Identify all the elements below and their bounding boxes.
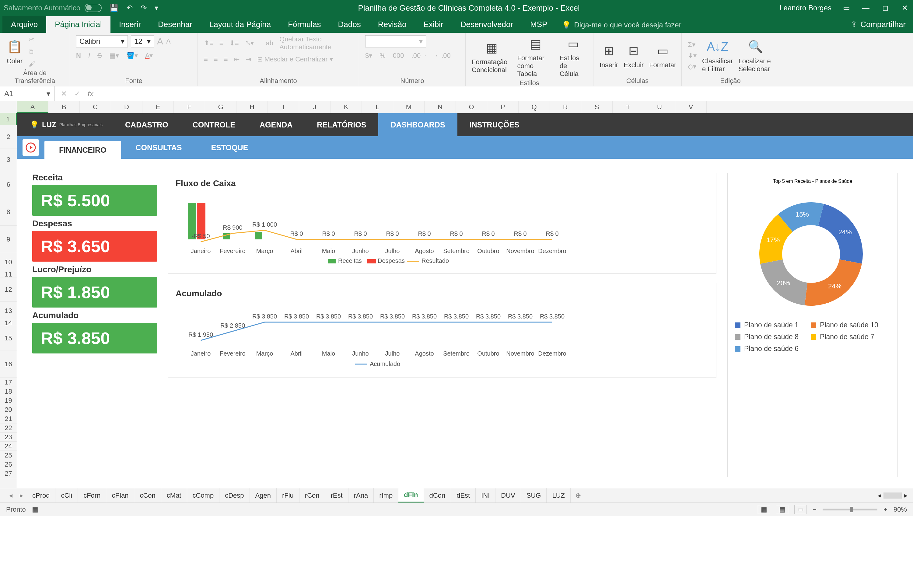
row-18[interactable]: 18 [0, 387, 17, 396]
find-select-button[interactable]: 🔍Localizar e Selecionar [738, 38, 773, 73]
name-box[interactable]: A1▾ [0, 86, 55, 101]
hscroll-right-icon[interactable]: ▸ [904, 491, 908, 499]
insert-tab[interactable]: Inserir [110, 16, 149, 33]
row-11[interactable]: 11 [0, 271, 17, 278]
redo-icon[interactable]: ↷ [141, 4, 147, 12]
font-color-icon[interactable]: A▾ [145, 52, 153, 60]
sheet-tab-dCon[interactable]: dCon [424, 488, 451, 502]
toggle-off-icon[interactable] [84, 4, 102, 12]
layout-tab[interactable]: Layout da Página [201, 16, 279, 33]
col-K[interactable]: K [330, 101, 362, 113]
ribbon-options-icon[interactable]: ▭ [842, 4, 851, 12]
align-left-icon[interactable]: ≡ [204, 55, 208, 63]
sort-filter-button[interactable]: A↓ZClassificar e Filtrar [702, 38, 733, 73]
qat-dropdown-icon[interactable]: ▾ [155, 4, 158, 12]
col-M[interactable]: M [393, 101, 424, 113]
format-painter-icon[interactable]: 🖌 [29, 60, 35, 68]
row-2[interactable]: 2 [0, 125, 17, 149]
copy-icon[interactable]: ⧉ [29, 48, 35, 56]
paste-button[interactable]: 📋Colar [6, 38, 23, 65]
zoom-out-icon[interactable]: − [813, 506, 816, 514]
row-24[interactable]: 24 [0, 442, 17, 451]
col-N[interactable]: N [424, 101, 456, 113]
col-E[interactable]: E [142, 101, 174, 113]
col-L[interactable]: L [362, 101, 393, 113]
align-right-icon[interactable]: ≡ [224, 55, 228, 63]
sheet-tab-cComp[interactable]: cComp [187, 488, 220, 502]
subnav-consultas[interactable]: CONSULTAS [121, 139, 197, 156]
subnav-financeiro[interactable]: FINANCEIRO [44, 141, 121, 159]
conditional-formatting-button[interactable]: ▦Formatação Condicional [472, 39, 512, 74]
sheet-tab-LUZ[interactable]: LUZ [547, 488, 571, 502]
currency-icon[interactable]: $▾ [365, 52, 372, 60]
hscroll-thumb[interactable] [884, 493, 902, 499]
clear-icon[interactable]: ◇▾ [688, 63, 697, 71]
delete-cells-button[interactable]: ⊟Excluir [623, 42, 644, 69]
row-22[interactable]: 22 [0, 423, 17, 433]
row-19[interactable]: 19 [0, 396, 17, 405]
fx-icon[interactable]: fx [87, 89, 94, 98]
autosum-icon[interactable]: Σ▾ [688, 41, 697, 48]
zoom-level[interactable]: 90% [894, 506, 907, 514]
decrease-font-icon[interactable]: A [166, 37, 171, 45]
sheet-tab-rEst[interactable]: rEst [325, 488, 348, 502]
percent-icon[interactable]: % [379, 52, 385, 60]
zoom-in-icon[interactable]: + [884, 506, 887, 514]
sheet-tab-DUV[interactable]: DUV [495, 488, 521, 502]
col-P[interactable]: P [487, 101, 519, 113]
italic-icon[interactable]: I [88, 52, 90, 60]
sheet-tab-Agen[interactable]: Agen [250, 488, 277, 502]
sheet-tab-rAna[interactable]: rAna [348, 488, 374, 502]
tellme-search[interactable]: 💡 Diga-me o que você deseja fazer [562, 21, 681, 33]
sheet-nav-next-icon[interactable]: ▸ [16, 491, 27, 499]
merge-button[interactable]: ⊞ Mesclar e Centralizar ▾ [257, 55, 333, 63]
bold-icon[interactable]: N [76, 52, 81, 60]
col-O[interactable]: O [456, 101, 487, 113]
col-F[interactable]: F [174, 101, 205, 113]
align-top-icon[interactable]: ⬆≡ [204, 39, 213, 47]
align-center-icon[interactable]: ≡ [214, 55, 218, 63]
page-break-view-icon[interactable]: ▭ [794, 505, 806, 514]
msp-tab[interactable]: MSP [521, 16, 556, 33]
sheet-tab-cForn[interactable]: cForn [78, 488, 106, 502]
play-button[interactable] [23, 139, 39, 156]
worksheet-area[interactable]: 💡 LUZ Planilhas Empresariais CADASTRO CO… [17, 113, 913, 488]
format-cells-button[interactable]: ▭Formatar [649, 42, 676, 69]
minimize-icon[interactable]: — [861, 4, 870, 12]
row-17[interactable]: 17 [0, 378, 17, 387]
sheet-tab-rCon[interactable]: rCon [299, 488, 325, 502]
increase-decimal-icon[interactable]: .00→ [411, 52, 427, 60]
row-13[interactable]: 13 [0, 302, 17, 320]
align-bottom-icon[interactable]: ⬇≡ [230, 39, 239, 47]
nav-dashboards[interactable]: DASHBOARDS [378, 113, 457, 136]
sheet-tab-dFin[interactable]: dFin [398, 488, 424, 502]
orientation-icon[interactable]: ⤡▾ [245, 39, 254, 47]
sheet-tab-dEst[interactable]: dEst [451, 488, 476, 502]
nav-relatorios[interactable]: RELATÓRIOS [304, 113, 378, 136]
home-tab[interactable]: Página Inicial [46, 16, 110, 33]
nav-controle[interactable]: CONTROLE [180, 113, 248, 136]
col-Q[interactable]: Q [519, 101, 550, 113]
developer-tab[interactable]: Desenvolvedor [452, 16, 521, 33]
subnav-estoque[interactable]: ESTOQUE [196, 139, 263, 156]
col-T[interactable]: T [613, 101, 644, 113]
new-sheet-icon[interactable]: ⊕ [571, 491, 586, 499]
macro-record-icon[interactable]: ▦ [32, 506, 38, 514]
cancel-formula-icon[interactable]: ✕ [61, 89, 67, 98]
row-10[interactable]: 10 [0, 253, 17, 271]
sheet-tab-cDesp[interactable]: cDesp [219, 488, 249, 502]
column-headers[interactable]: ABCDEFGHIJKLMNOPQRSTUV [0, 101, 913, 113]
decrease-indent-icon[interactable]: ⇤ [234, 55, 240, 63]
data-tab[interactable]: Dados [330, 16, 369, 33]
draw-tab[interactable]: Desenhar [149, 16, 201, 33]
comma-icon[interactable]: 000 [393, 52, 404, 60]
row-16[interactable]: 16 [0, 351, 17, 378]
sheet-tab-cPlan[interactable]: cPlan [106, 488, 134, 502]
row-27[interactable]: 27 [0, 469, 17, 478]
hscroll-left-icon[interactable]: ◂ [878, 491, 881, 499]
col-R[interactable]: R [550, 101, 581, 113]
sheet-tab-cMat[interactable]: cMat [161, 488, 187, 502]
save-icon[interactable]: 💾 [110, 4, 119, 12]
fill-icon[interactable]: ⬇▾ [688, 52, 697, 60]
close-icon[interactable]: ✕ [900, 4, 909, 12]
